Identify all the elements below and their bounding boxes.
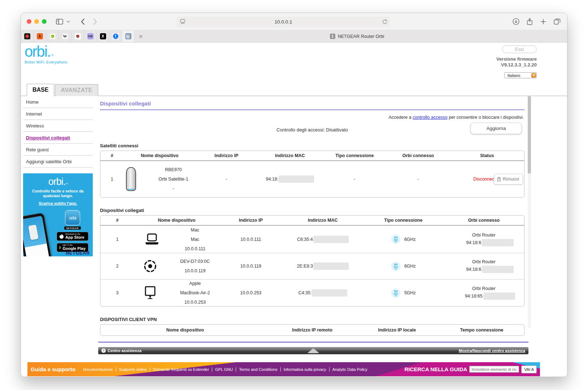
sidebar-item-home[interactable]: Home xyxy=(23,96,93,108)
iot-device-icon xyxy=(142,259,158,273)
guide-search-label: RICERCA NELLA GUIDA xyxy=(404,366,467,372)
ad-text: Controllo facile e veloce da qualsiasi l… xyxy=(30,189,86,198)
wikipedia-icon: W xyxy=(62,33,68,39)
access-control-line: Accedere a controllo accesso per consent… xyxy=(100,110,524,120)
redacted-mac xyxy=(279,176,314,183)
footer-link-gpl-gnu[interactable]: GPL GNU xyxy=(212,367,236,372)
app-tile-icon xyxy=(24,33,30,39)
page-title: Dispositivi collegati xyxy=(100,96,524,110)
access-control-link[interactable]: controllo accesso xyxy=(413,115,448,120)
redacted-mac xyxy=(482,239,514,246)
device-row: 1 Mac Mac 10.0.0.111 xyxy=(100,226,524,253)
svg-text:6G: 6G xyxy=(394,236,397,239)
footer-link-supporto-online[interactable]: Supporto online xyxy=(116,367,150,372)
logo-tagline: Better WiFi. Everywhere. xyxy=(25,60,68,64)
device-row: 2 DEV-D7:03:0C 10.0.0.119 xyxy=(100,253,524,279)
footer-title: Guida e supporto xyxy=(31,366,75,372)
facebook-icon: f xyxy=(113,33,119,39)
address-bar[interactable]: 10.0.0.1 xyxy=(177,17,390,27)
pinned-tab-app[interactable] xyxy=(21,30,34,42)
pinned-tab-netgear-active[interactable] xyxy=(122,30,135,42)
tab-strip: λ W CW X f 1 NETGEAR Router Orbi xyxy=(21,30,567,43)
footer-link-domande-frequenti[interactable]: Domande frequenti su Extender xyxy=(150,367,212,372)
vpn-section-label: DISPOSITIVI CLIENT VPN xyxy=(100,317,524,322)
close-tab-icon[interactable] xyxy=(135,30,147,42)
trash-icon xyxy=(497,177,501,182)
netgear-app-badge: NETGEAR xyxy=(64,226,81,230)
help-expand-arrow-icon[interactable] xyxy=(308,348,319,353)
remove-satellite-button[interactable]: Rimuovi xyxy=(494,174,523,185)
orbi-app-icon: orbi xyxy=(65,210,80,225)
svg-text:6G: 6G xyxy=(394,263,397,266)
sidebar-toggle-icon[interactable] xyxy=(55,17,65,27)
wifi-band-icon: 6G xyxy=(391,234,401,244)
footer-link-analytic-data[interactable]: Analytic Data Policy xyxy=(329,367,370,372)
phone-image xyxy=(23,213,53,256)
main-nav-tabs: BASE AVANZATE xyxy=(21,84,567,96)
traffic-lights xyxy=(27,19,47,24)
satellites-table-header: # Nome dispositivo Indirizzo IP Indirizz… xyxy=(100,151,524,161)
forward-button-icon[interactable] xyxy=(90,17,100,27)
new-tab-icon[interactable] xyxy=(538,17,548,27)
laptop-icon xyxy=(144,233,160,246)
scrollbar-thumb[interactable] xyxy=(528,96,531,174)
redacted-mac xyxy=(483,292,515,300)
page-scrollbar[interactable] xyxy=(528,95,531,328)
vpn-table-header: Nome dispositivo Indirizzo IP remoto Ind… xyxy=(100,325,524,335)
sidebar-item-wireless[interactable]: Wireless xyxy=(23,120,93,132)
pinned-tab-codeweavers[interactable]: CW xyxy=(84,30,97,42)
logout-button[interactable]: Esci xyxy=(502,46,537,53)
share-icon[interactable] xyxy=(524,17,535,27)
tab-title: NETGEAR Router Orbi xyxy=(338,34,384,39)
device-row: 3 Apple MacBook-Air-2 10.0.0.253 xyxy=(100,279,524,306)
show-hide-help-link[interactable]: Mostra/Nascondi centro assistenza xyxy=(459,348,525,353)
close-window-button[interactable] xyxy=(27,19,31,24)
app-store-badge[interactable]: Download on theApp Store xyxy=(57,232,88,241)
redacted-mac xyxy=(313,263,349,270)
minimize-window-button[interactable] xyxy=(34,19,39,24)
footer-link-terms[interactable]: Terms and Conditions xyxy=(236,367,280,372)
active-tab[interactable]: 1 NETGEAR Router Orbi xyxy=(147,30,567,42)
tab-count-badge: 1 xyxy=(330,34,335,39)
pinned-tab-lambda[interactable]: λ xyxy=(34,30,46,42)
devices-table: # Nome dispositivo Indirizzo IP Indirizz… xyxy=(100,215,524,307)
pinned-tab-facebook[interactable]: f xyxy=(109,30,122,42)
downloads-icon[interactable] xyxy=(511,17,521,27)
zoom-window-button[interactable] xyxy=(42,19,47,24)
ad-orbi-logo: orbi.™ xyxy=(23,176,93,187)
footer-link-documentazione[interactable]: Documentazione xyxy=(80,367,116,372)
reload-icon[interactable] xyxy=(382,19,387,25)
sidebar-dropdown-chevron-icon[interactable] xyxy=(65,17,71,27)
tab-avanzate[interactable]: AVANZATE xyxy=(55,84,98,96)
monitor-icon xyxy=(142,286,158,300)
tab-base[interactable]: BASE xyxy=(27,84,54,96)
wifi-band-icon: 5G xyxy=(391,288,401,298)
access-status: Controllo degli accessi: Disattivato xyxy=(276,127,348,133)
tab-overview-icon[interactable] xyxy=(552,17,562,27)
devices-section-label: Dispositivi collegati xyxy=(100,208,524,213)
pinned-tab-wikipedia[interactable]: W xyxy=(59,30,71,42)
pinned-tab-nvidia[interactable] xyxy=(46,30,59,42)
footer-link-privacy[interactable]: Informativa sulla privacy xyxy=(280,367,329,372)
router-grid-icon xyxy=(125,33,131,39)
pinned-tab-opera[interactable] xyxy=(71,30,84,42)
apple-icon xyxy=(60,234,64,239)
pinned-tab-x[interactable]: X xyxy=(97,30,109,42)
sidebar-item-internet[interactable]: Internet xyxy=(23,108,93,120)
x-twitter-icon: X xyxy=(100,33,106,39)
wifi-band-icon: 6G xyxy=(391,261,401,271)
sidebar-item-aggiungi-satellite[interactable]: Aggiungi satellite Orbi xyxy=(23,156,93,168)
sidebar-item-rete-guest[interactable]: Rete guest xyxy=(23,144,93,156)
sidebar-item-dispositivi-collegati[interactable]: Dispositivi collegati xyxy=(23,132,93,144)
vpn-table: Nome dispositivo Indirizzo IP remoto Ind… xyxy=(100,324,524,336)
download-app-link[interactable]: Scarica subito l'app. xyxy=(39,201,77,205)
site-header: orbi.™ Better WiFi. Everywhere. Esci Ver… xyxy=(21,43,567,84)
sidebar: Home Internet Wireless Dispositivi colle… xyxy=(23,96,93,354)
bottom-divider xyxy=(98,342,528,343)
refresh-button[interactable]: Aggiorna xyxy=(471,123,522,134)
guide-search-input[interactable] xyxy=(469,366,519,373)
back-button-icon[interactable] xyxy=(78,17,88,27)
language-select[interactable]: Italiano xyxy=(504,72,537,78)
go-button[interactable]: VAI A xyxy=(521,365,537,373)
firmware-version: Versione firmware V9.12.3.3_1.2.20 xyxy=(496,56,537,68)
